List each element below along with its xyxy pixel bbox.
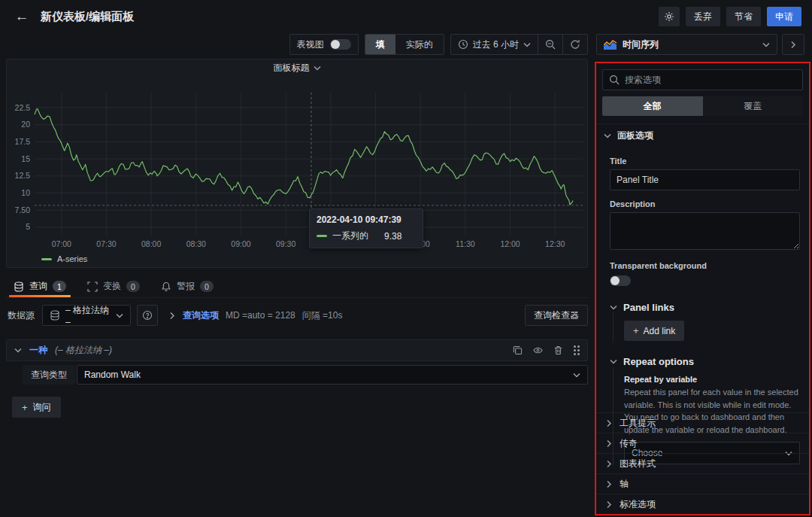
- query-row-header[interactable]: 一种 (– 格拉法纳 –): [6, 339, 588, 361]
- x-tick-label: 07:00: [52, 239, 71, 248]
- chevron-right-icon: [791, 41, 796, 48]
- timeseries-chart[interactable]: 22.52017.51512.5107.50507:0007:3008:0008…: [10, 76, 586, 252]
- fill-mode-button[interactable]: 填: [365, 35, 395, 54]
- query-inspector-button[interactable]: 查询检查器: [525, 305, 588, 326]
- table-view-label: 表视图: [297, 38, 324, 51]
- panel-title-input[interactable]: [610, 169, 800, 190]
- x-tick-label: 09:00: [231, 239, 250, 248]
- drag-handle-icon[interactable]: [574, 345, 580, 355]
- chevron-right-icon: [607, 480, 612, 488]
- tab-alert[interactable]: 警报 0: [153, 275, 221, 297]
- options-search[interactable]: [602, 69, 803, 90]
- clock-icon: [458, 39, 468, 50]
- zoom-out-button[interactable]: [538, 35, 562, 54]
- panel-links-header[interactable]: Panel links: [610, 302, 800, 313]
- timeseries-chart-icon: [604, 40, 617, 50]
- tab-overrides[interactable]: 覆盖: [703, 96, 804, 116]
- datasource-help-button[interactable]: [137, 305, 158, 326]
- legend-label: A-series: [57, 254, 87, 263]
- x-tick-label: 09:30: [276, 239, 295, 248]
- datasource-select[interactable]: – 格拉法纳 –: [42, 305, 131, 326]
- chevron-right-icon: [607, 419, 612, 427]
- repeat-options-header[interactable]: Repeat options: [610, 356, 800, 367]
- section-axis[interactable]: 轴: [596, 473, 809, 494]
- toolbar-left: 表视图 填 实际的 过去 6 小时: [0, 33, 588, 56]
- y-tick-label: 15: [21, 154, 30, 163]
- settings-button[interactable]: [659, 7, 680, 26]
- section-graph-styles[interactable]: 图表样式: [596, 453, 809, 473]
- database-icon: [14, 281, 24, 292]
- chevron-down-icon: [523, 42, 531, 47]
- panel-title-menu[interactable]: 面板标题: [7, 59, 587, 76]
- plus-icon: +: [22, 402, 28, 413]
- header-actions: 丢弃 节省 申请: [659, 7, 801, 26]
- tab-query[interactable]: 查询 1: [6, 275, 74, 297]
- query-type-label: 查询类型: [23, 365, 75, 385]
- section-title: 标准选项: [620, 498, 656, 511]
- y-tick-label: 10: [21, 188, 30, 197]
- panel-links-title: Panel links: [623, 302, 674, 313]
- table-view-toggle[interactable]: [330, 39, 351, 50]
- section-title: 传奇: [620, 437, 638, 450]
- y-tick-label: 20: [21, 120, 30, 129]
- title-field-label: Title: [610, 157, 800, 166]
- query-type-select[interactable]: Random Walk: [77, 365, 588, 385]
- trash-icon[interactable]: [553, 345, 563, 355]
- tab-label: 警报: [177, 280, 195, 293]
- hide-query-eye-icon[interactable]: [533, 345, 543, 355]
- actual-mode-button[interactable]: 实际的: [395, 35, 444, 54]
- chevron-down-icon: [610, 305, 617, 310]
- repeat-by-variable-label: Repeat by variable: [624, 375, 800, 384]
- panel-title: 面板标题: [274, 62, 310, 75]
- discard-button[interactable]: 丢弃: [686, 7, 720, 26]
- add-query-button[interactable]: + 询问: [12, 397, 61, 418]
- add-link-button[interactable]: + Add link: [624, 321, 684, 341]
- visualization-picker[interactable]: 时间序列: [596, 34, 777, 55]
- panel-links-section: Panel links + Add link: [610, 302, 800, 342]
- panel-description-textarea[interactable]: [610, 212, 800, 250]
- chevron-right-icon: [607, 460, 612, 467]
- chevron-down-icon: [14, 348, 22, 353]
- apply-button[interactable]: 申请: [767, 7, 801, 26]
- options-search-input[interactable]: [625, 75, 796, 85]
- transparent-background-toggle[interactable]: [610, 275, 631, 286]
- collapse-options-button[interactable]: [782, 34, 804, 55]
- tooltip-swatch: [317, 235, 327, 237]
- tab-transform[interactable]: 变换 0: [80, 275, 147, 297]
- time-controls: 过去 6 小时: [450, 34, 588, 55]
- x-tick-label: 11:30: [456, 239, 475, 248]
- save-button[interactable]: 节省: [726, 7, 761, 26]
- query-type-value: Random Walk: [84, 370, 141, 380]
- chevron-down-icon: [762, 42, 770, 47]
- chevron-down-icon: [573, 373, 580, 378]
- zoom-out-icon: [545, 39, 556, 50]
- section-legend[interactable]: 传奇: [596, 433, 809, 453]
- table-view-control: 表视图: [289, 34, 359, 55]
- toggle-knob: [331, 40, 340, 49]
- chart-legend[interactable]: A-series: [41, 254, 87, 263]
- database-icon: [50, 310, 60, 321]
- sidebar-content: 全部 覆盖: [596, 63, 809, 116]
- y-tick-label: 22.5: [15, 103, 31, 112]
- section-panel-options[interactable]: 面板选项: [596, 123, 809, 147]
- page-title: 新仪表板/编辑面板: [41, 10, 134, 24]
- gear-icon: [664, 11, 674, 22]
- time-range-picker[interactable]: 过去 6 小时: [451, 35, 538, 54]
- duplicate-icon[interactable]: [513, 345, 523, 355]
- datasource-row: 数据源 – 格拉法纳 – 查询选项 MD =auto = 2128 间隔 =10…: [6, 305, 588, 326]
- query-row-datasource: (– 格拉法纳 –): [55, 344, 112, 357]
- query-options-toggle[interactable]: 查询选项 MD =auto = 2128 间隔 =10s: [168, 309, 342, 322]
- section-standard-options[interactable]: 标准选项: [596, 494, 809, 514]
- refresh-button[interactable]: [563, 35, 587, 54]
- query-options-link: 查询选项: [183, 309, 219, 322]
- back-button[interactable]: ←: [11, 5, 33, 28]
- query-ref-id: 一种: [29, 344, 47, 357]
- section-tooltip[interactable]: 工具提示: [596, 412, 809, 433]
- tab-all-options[interactable]: 全部: [602, 96, 703, 116]
- x-tick-label: 08:30: [186, 239, 206, 248]
- series-line-A-series: [35, 109, 573, 205]
- time-range-label: 过去 6 小时: [473, 38, 519, 51]
- tab-count-badge: 0: [200, 281, 214, 292]
- panel-links-body: + Add link: [613, 313, 800, 342]
- transparent-background-label: Transparent background: [610, 261, 800, 270]
